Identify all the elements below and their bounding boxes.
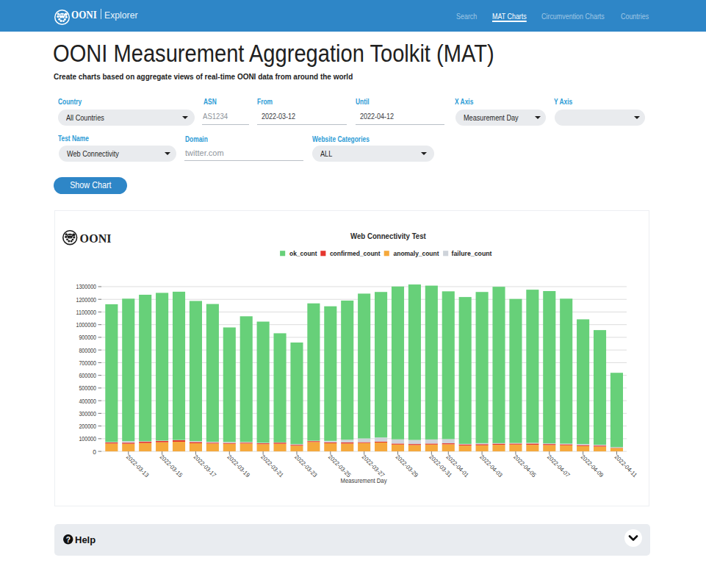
svg-text:300000: 300000	[79, 409, 96, 417]
svg-text:1200000: 1200000	[76, 295, 97, 303]
svg-text:100000: 100000	[79, 435, 96, 442]
svg-text:2022-03-21: 2022-03-21	[259, 453, 285, 478]
svg-text:1300000: 1300000	[76, 283, 97, 290]
svg-text:2022-03-13: 2022-03-13	[125, 453, 151, 478]
svg-text:Web Connectivity Test: Web Connectivity Test	[350, 232, 426, 240]
svg-text:700000: 700000	[79, 359, 96, 366]
svg-text:1000000: 1000000	[76, 321, 97, 329]
svg-text:900000: 900000	[79, 334, 96, 341]
svg-text:800000: 800000	[79, 346, 96, 354]
svg-text:0: 0	[93, 448, 96, 455]
svg-text:2022-03-15: 2022-03-15	[159, 453, 184, 478]
svg-text:anomaly_count: anomaly_count	[394, 249, 440, 257]
svg-text:2022-04-03: 2022-04-03	[478, 453, 504, 478]
svg-text:2022-04-09: 2022-04-09	[580, 453, 605, 478]
svg-text:2022-03-23: 2022-03-23	[293, 453, 319, 478]
svg-text:2022-03-25: 2022-03-25	[327, 453, 353, 478]
svg-text:2022-03-29: 2022-03-29	[395, 453, 420, 478]
svg-text:ok_count: ok_count	[289, 249, 317, 257]
svg-text:?: ?	[66, 536, 71, 544]
svg-text:2022-03-17: 2022-03-17	[192, 453, 218, 478]
svg-text:failure_count: failure_count	[452, 249, 493, 257]
svg-text:2022-03-27: 2022-03-27	[361, 453, 386, 478]
svg-text:2022-04-11: 2022-04-11	[613, 453, 639, 478]
svg-text:Measurement Day: Measurement Day	[341, 476, 388, 484]
svg-text:400000: 400000	[79, 397, 96, 404]
svg-text:500000: 500000	[79, 384, 96, 392]
svg-text:600000: 600000	[79, 372, 96, 379]
svg-text:confirmed_count: confirmed_count	[330, 249, 381, 257]
svg-text:2022-03-19: 2022-03-19	[226, 453, 251, 478]
svg-text:200000: 200000	[79, 423, 96, 430]
svg-text:2022-04-05: 2022-04-05	[512, 453, 538, 478]
svg-text:2022-04-07: 2022-04-07	[546, 453, 572, 478]
svg-text:1100000: 1100000	[76, 308, 97, 315]
